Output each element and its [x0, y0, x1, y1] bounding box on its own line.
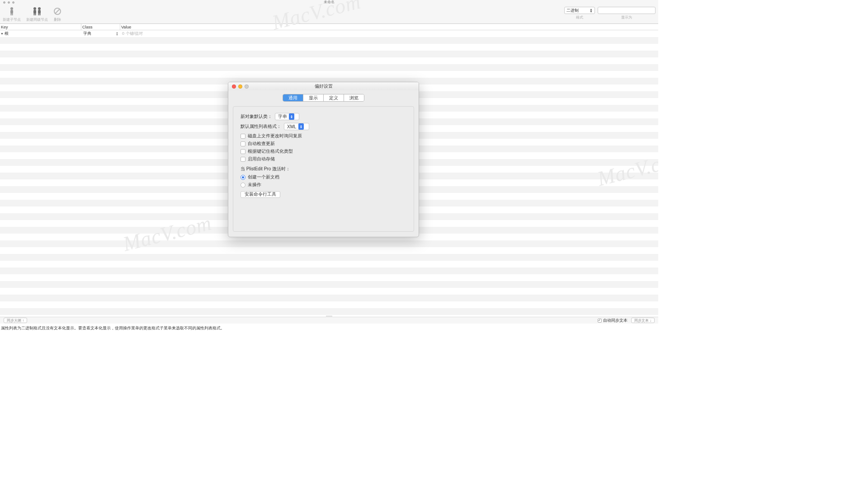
default-format-value: XML	[287, 124, 297, 129]
radio-new-doc-label: 创建一个新文档	[248, 174, 279, 180]
radio-noop-label: 未操作	[248, 182, 261, 188]
chk-restore[interactable]: 磁盘上文件更改时询问复原	[241, 133, 406, 139]
svg-rect-2	[11, 13, 12, 15]
new-sibling-label: 新建同级节点	[26, 17, 48, 22]
new-child-label: 新建子节点	[3, 17, 21, 22]
delete-label: 删除	[54, 17, 61, 22]
column-value[interactable]: Value	[120, 24, 658, 30]
checkbox-icon	[241, 134, 245, 139]
svg-rect-11	[40, 13, 41, 15]
updown-icon	[298, 123, 304, 130]
radio-icon	[241, 175, 245, 180]
sync-text-button[interactable]: 同步文本 ↓	[631, 318, 655, 323]
toolbar: 新建子节点 新建同级节点 删除 二进制 ▲▼	[0, 5, 658, 24]
window-title: 未命名	[0, 0, 658, 5]
sync-outline-button[interactable]: 同步大纲 ↑	[4, 318, 27, 323]
updown-icon: ▲▼	[590, 8, 593, 13]
format-select-value: 二进制	[566, 8, 579, 14]
disclosure-triangle-icon[interactable]: ▼	[0, 32, 4, 35]
default-class-label: 新对象默认类：	[241, 113, 272, 120]
info-text: 属性列表为二进制格式且没有文本化显示。要查看文本化显示，使用操作菜单的更改格式子…	[0, 324, 658, 333]
tab-display[interactable]: 显示	[303, 94, 324, 101]
people-icon	[32, 6, 42, 16]
main-titlebar: 未命名	[0, 0, 658, 5]
svg-rect-5	[33, 10, 36, 14]
toolbar-right: 二进制 ▲▼ 格式 显示为	[564, 7, 656, 20]
row-class-select[interactable]: 字典 ▲▼	[81, 31, 120, 37]
tab-definition[interactable]: 定义	[324, 94, 344, 101]
row-value: 0 个键/值对	[120, 31, 658, 37]
default-format-label: 默认属性列表格式：	[241, 123, 281, 130]
chk-update-label: 自动检查更新	[248, 141, 275, 147]
bottom-bar: 同步大纲 ↑ ✓ 自动同步文本 同步文本 ↓	[0, 317, 658, 324]
row-class-text: 字典	[83, 31, 91, 37]
chk-autosave[interactable]: 启用自动存储	[241, 156, 406, 162]
svg-point-0	[10, 7, 13, 10]
radio-noop[interactable]: 未操作	[241, 182, 406, 188]
row-key[interactable]: ▼ 根	[0, 31, 81, 37]
person-icon	[9, 6, 14, 16]
default-class-select[interactable]: 字串	[275, 113, 299, 120]
default-format-select[interactable]: XML	[284, 123, 309, 130]
column-key[interactable]: Key	[0, 24, 81, 30]
prefs-titlebar: 偏好设置	[228, 82, 419, 90]
updown-icon	[289, 113, 294, 120]
column-headers: Key Class Value	[0, 24, 658, 30]
tab-general[interactable]: 通用	[283, 94, 303, 101]
auto-sync-label: 自动同步文本	[603, 318, 627, 324]
svg-rect-3	[12, 13, 13, 15]
display-as-input[interactable]	[598, 7, 656, 14]
checkbox-icon	[241, 149, 245, 154]
svg-rect-7	[35, 13, 36, 15]
chk-format-by-key-label: 根据键记住格式化类型	[248, 148, 293, 155]
chk-restore-label: 磁盘上文件更改时询问复原	[248, 133, 302, 139]
row-key-text: 根	[5, 31, 9, 37]
chk-autosave-label: 启用自动存储	[248, 156, 275, 162]
updown-icon: ▲▼	[116, 32, 118, 36]
new-sibling-button[interactable]: 新建同级节点	[26, 6, 48, 22]
svg-line-13	[55, 9, 60, 14]
activate-label: 当 PlistEdit Pro 激活时：	[241, 166, 406, 172]
svg-rect-6	[34, 13, 35, 15]
split-drag-handle[interactable]	[322, 315, 336, 317]
prefs-pane: 新对象默认类： 字串 默认属性列表格式： XML 磁盘上文件更改时询问复原	[233, 106, 414, 232]
svg-rect-9	[38, 10, 41, 14]
format-label: 格式	[564, 15, 595, 20]
forbid-icon	[53, 6, 61, 16]
format-select[interactable]: 二进制 ▲▼	[564, 7, 595, 14]
auto-sync-checkbox[interactable]: ✓ 自动同步文本	[598, 318, 627, 324]
display-as-label: 显示为	[598, 15, 656, 20]
delete-button[interactable]: 删除	[53, 6, 61, 22]
tab-browse[interactable]: 浏览	[344, 94, 364, 101]
svg-rect-1	[10, 10, 13, 14]
prefs-title: 偏好设置	[228, 83, 419, 89]
svg-point-4	[33, 7, 36, 10]
checkbox-icon	[241, 157, 245, 162]
table-row[interactable]: ▼ 根 字典 ▲▼ 0 个键/值对	[0, 30, 658, 37]
svg-rect-10	[38, 13, 39, 15]
chk-format-by-key[interactable]: 根据键记住格式化类型	[241, 148, 406, 155]
new-child-button[interactable]: 新建子节点	[3, 6, 21, 22]
column-class[interactable]: Class	[81, 24, 120, 30]
checkbox-icon: ✓	[598, 319, 602, 323]
preferences-dialog: 偏好设置 通用 显示 定义 浏览 新对象默认类： 字串 默认属性列表格式：	[228, 82, 419, 237]
default-class-value: 字串	[278, 113, 287, 120]
chk-update[interactable]: 自动检查更新	[241, 141, 406, 147]
install-cli-button[interactable]: 安装命令行工具	[241, 191, 280, 198]
checkbox-icon	[241, 141, 245, 146]
radio-icon	[241, 183, 245, 188]
prefs-tabs: 通用 显示 定义 浏览	[228, 94, 419, 102]
svg-point-8	[38, 7, 41, 10]
radio-new-doc[interactable]: 创建一个新文档	[241, 174, 406, 180]
